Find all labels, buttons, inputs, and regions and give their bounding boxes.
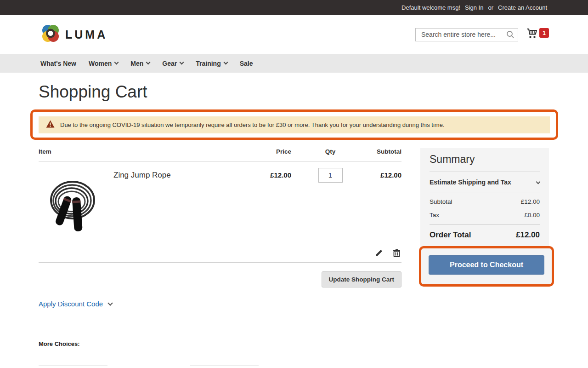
or-text: or	[488, 4, 493, 11]
create-account-link[interactable]: Create an Account	[498, 4, 547, 11]
cart-count-badge: 1	[539, 28, 549, 38]
item-subtotal: £12.00	[356, 161, 401, 262]
order-total-row: Order Total £12.00	[430, 225, 540, 244]
nav-item-women[interactable]: Women	[89, 60, 118, 67]
item-price: £12.00	[254, 161, 291, 262]
search-input[interactable]	[415, 28, 518, 41]
cart-table-header: Item Price Qty Subtotal	[39, 148, 401, 161]
covid-notice-annotation: Due to the ongoing COVID-19 situation we…	[30, 109, 558, 140]
delete-item-icon[interactable]	[393, 249, 401, 257]
store-logo[interactable]: LUMA	[40, 23, 107, 46]
chevron-down-icon	[114, 60, 119, 65]
sign-in-link[interactable]: Sign In	[465, 4, 483, 11]
summary-title: Summary	[430, 148, 540, 172]
summary-panel: Summary Estimate Shipping and Tax Subtot…	[420, 148, 549, 287]
estimate-shipping-tax-toggle[interactable]: Estimate Shipping and Tax	[430, 172, 540, 192]
product-image-zing-jump-rope[interactable]	[44, 178, 98, 233]
more-choices-label: More Choices:	[39, 340, 401, 347]
chevron-down-icon	[536, 179, 541, 184]
covid-notice-text: Due to the ongoing COVID-19 situation we…	[60, 121, 445, 128]
luma-logo-icon	[40, 23, 61, 46]
more-choices-products	[39, 365, 401, 368]
chevron-down-icon	[107, 300, 113, 305]
main-nav: What's New Women Men Gear Training Sale	[0, 54, 588, 73]
summary-tax-row: Tax £0.00	[430, 208, 540, 225]
search-icon[interactable]	[506, 30, 515, 41]
order-total-value: £12.00	[516, 230, 540, 240]
logo-text: LUMA	[65, 28, 107, 41]
update-shopping-cart-button[interactable]: Update Shopping Cart	[322, 271, 402, 288]
column-header-subtotal: Subtotal	[356, 148, 401, 155]
column-header-item: Item	[39, 148, 254, 155]
nav-item-gear[interactable]: Gear	[162, 60, 183, 67]
header: LUMA 1	[0, 15, 588, 54]
column-header-price: Price	[254, 148, 291, 155]
nav-item-whats-new[interactable]: What's New	[40, 60, 76, 67]
summary-tax-value: £0.00	[524, 212, 540, 218]
summary-subtotal-row: Subtotal £12.00	[430, 192, 540, 208]
product-card-partial	[190, 365, 259, 368]
checkout-annotation: Proceed to Checkout	[419, 246, 554, 287]
cart-icon	[526, 28, 537, 41]
qty-input[interactable]	[318, 168, 343, 183]
nav-item-sale[interactable]: Sale	[240, 60, 253, 67]
proceed-to-checkout-button[interactable]: Proceed to Checkout	[429, 255, 544, 275]
top-bar: Default welcome msg! Sign In or Create a…	[0, 0, 588, 15]
warning-icon	[46, 120, 55, 130]
cart-item-row: Zing Jump Rope £12.00 £12.00	[39, 161, 401, 263]
summary-subtotal-value: £12.00	[521, 198, 540, 205]
edit-item-icon[interactable]	[375, 249, 383, 257]
nav-item-training[interactable]: Training	[196, 60, 227, 67]
apply-discount-code-toggle[interactable]: Apply Discount Code	[39, 300, 401, 308]
covid-notice: Due to the ongoing COVID-19 situation we…	[39, 116, 550, 133]
chevron-down-icon	[146, 60, 151, 65]
nav-item-men[interactable]: Men	[130, 60, 150, 67]
product-name[interactable]: Zing Jump Rope	[113, 171, 171, 262]
chevron-down-icon	[180, 60, 184, 65]
welcome-message: Default welcome msg!	[401, 4, 460, 11]
product-card-partial	[39, 365, 107, 368]
column-header-qty: Qty	[291, 148, 356, 155]
chevron-down-icon	[223, 60, 228, 65]
minicart-button[interactable]: 1	[526, 28, 549, 41]
page-title: Shopping Cart	[39, 82, 549, 102]
